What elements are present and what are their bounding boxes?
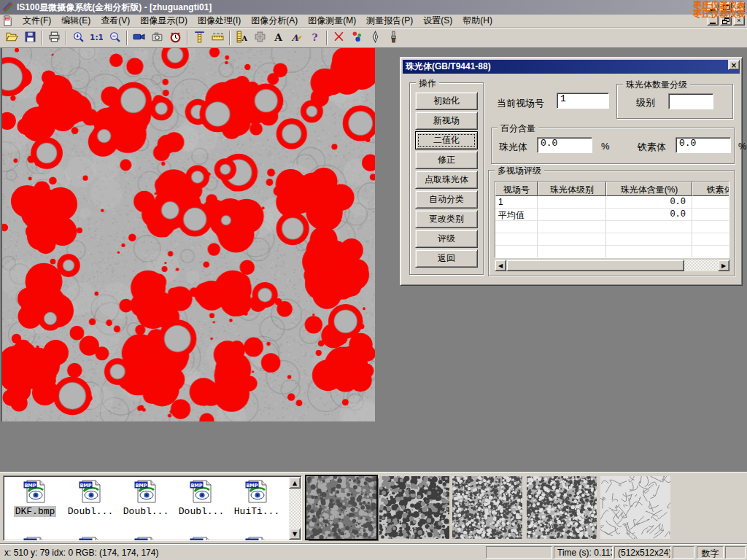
help-button[interactable]: ? [306, 29, 324, 47]
print-icon [48, 31, 61, 45]
minimize-button[interactable] [707, 2, 719, 12]
document-icon[interactable] [2, 15, 13, 26]
measure-label-button[interactable]: A [233, 29, 251, 47]
filelist-vscrollbar[interactable]: ▲ ▼ [289, 477, 301, 540]
file-item[interactable]: BMPDKF.bmp [8, 479, 62, 517]
file-item[interactable]: BMP [63, 536, 117, 541]
menu-item-4[interactable]: 图像处理(I) [193, 15, 246, 26]
mdi-minimize-button[interactable] [707, 15, 719, 26]
op-button-7[interactable]: 评级 [415, 230, 478, 248]
table-cell [538, 209, 606, 221]
rating-table[interactable]: 视场号珠光体级别珠光体含量(%)铁素体含量(%)10.0平均值0.0 [495, 181, 729, 258]
close-button[interactable]: × [733, 2, 745, 12]
menu-item-8[interactable]: 设置(S) [418, 15, 457, 26]
grade-group: 珠光体数量分级 级别 [616, 84, 733, 119]
app-icon [2, 1, 14, 13]
metallographic-image[interactable] [1, 48, 375, 421]
pattern-cross-button[interactable] [251, 29, 269, 47]
image-thumbnail[interactable] [379, 476, 449, 539]
file-item[interactable]: BMPDoubl... [119, 479, 173, 517]
multifield-group-label: 多视场评级 [495, 165, 544, 177]
status-empty-segment [725, 546, 746, 559]
curve-tool-button[interactable] [330, 29, 348, 47]
points-tool-icon [351, 31, 363, 45]
save-button[interactable] [21, 29, 39, 47]
file-item[interactable]: BMPDoubl... [63, 479, 117, 517]
table-cell [538, 246, 606, 258]
open-button[interactable] [3, 29, 21, 47]
zoom-out-button[interactable] [106, 29, 124, 47]
video-camera-icon [133, 31, 145, 45]
video-camera-button[interactable] [130, 29, 148, 47]
menu-item-5[interactable]: 图像分析(A) [246, 15, 303, 26]
maximize-button[interactable] [720, 2, 732, 12]
op-button-8[interactable]: 返回 [415, 249, 478, 268]
op-button-3[interactable]: 修正 [415, 151, 478, 169]
menu-item-3[interactable]: 图像显示(D) [135, 15, 193, 26]
ferrite-pct-input[interactable]: 0.0 [676, 137, 731, 153]
text-button[interactable]: A [269, 29, 287, 47]
table-row[interactable]: 平均值0.0 [495, 209, 729, 221]
op-button-2[interactable]: 二值化 [415, 131, 478, 149]
pearlite-pct-input[interactable]: 0.0 [537, 137, 592, 153]
menu-item-0[interactable]: 文件(F) [18, 15, 56, 26]
ruler-button[interactable] [209, 29, 227, 47]
photo-camera-button[interactable] [148, 29, 166, 47]
file-item[interactable]: BMP [119, 536, 173, 541]
image-thumbnail[interactable] [527, 476, 597, 539]
image-thumbnail[interactable] [600, 476, 670, 539]
image-thumbnail[interactable] [452, 476, 522, 539]
help-icon: ? [309, 31, 321, 45]
grade-input[interactable] [668, 93, 713, 109]
file-item[interactable]: BMPDoubl... [174, 479, 228, 517]
table-hscrollbar[interactable]: ◀ ▶ [495, 260, 729, 271]
brush-tool-button[interactable] [384, 29, 403, 47]
menu-item-7[interactable]: 测量报告(P) [361, 15, 418, 26]
mdi-close-button[interactable]: × [733, 15, 745, 26]
points-tool-button[interactable] [348, 29, 366, 47]
file-list[interactable]: ▲ ▼ BMPDKF.bmpBMPDoubl...BMPDoubl...BMPD… [3, 475, 302, 541]
menu-item-9[interactable]: 帮助(H) [457, 15, 498, 26]
table-row[interactable] [495, 246, 729, 258]
menu-item-6[interactable]: 图像测量(M) [303, 15, 361, 26]
caliper-button[interactable] [190, 29, 209, 47]
print-button[interactable] [45, 29, 63, 47]
mdi-restore-button[interactable] [720, 15, 732, 26]
pen-tool-button[interactable] [366, 29, 384, 47]
svg-text:A: A [291, 33, 299, 43]
status-bar: x: 510 y: 79 idx: 0 RGB: (174, 174, 174)… [0, 543, 747, 560]
menu-item-1[interactable]: 编辑(E) [56, 15, 96, 26]
annotate-button[interactable]: A [287, 29, 306, 47]
table-row[interactable]: 10.0 [495, 196, 729, 209]
current-field-input[interactable]: 1 [557, 93, 609, 109]
table-row[interactable] [495, 221, 729, 233]
minimize-icon [710, 23, 716, 24]
image-thumbnail[interactable] [306, 476, 376, 539]
timer-button[interactable] [166, 29, 185, 47]
op-button-0[interactable]: 初始化 [415, 92, 478, 110]
file-item[interactable]: BMPHuiTi... [230, 479, 284, 517]
dialog-close-button[interactable]: × [728, 60, 740, 70]
menu-item-2[interactable]: 查看(V) [96, 15, 135, 26]
close-icon: × [731, 61, 737, 69]
actual-size-button[interactable]: 1:1 [88, 29, 106, 47]
scroll-left-button[interactable]: ◀ [495, 260, 506, 271]
scroll-right-button[interactable]: ▶ [718, 260, 729, 271]
scroll-up-button[interactable]: ▲ [289, 477, 301, 489]
op-button-1[interactable]: 新视场 [415, 112, 478, 130]
table-row[interactable] [495, 233, 729, 246]
svg-text:BMP: BMP [24, 483, 36, 489]
file-item[interactable]: BMP [8, 536, 62, 541]
dialog-title-bar[interactable]: 珠光体(GB/T9441-88) [403, 60, 740, 74]
scroll-down-button[interactable]: ▼ [289, 528, 301, 540]
file-name: HuiTi... [233, 506, 281, 517]
file-name: Doubl... [177, 506, 225, 517]
op-button-5[interactable]: 自动分类 [415, 190, 478, 209]
file-item[interactable]: BMP [230, 536, 284, 541]
op-button-6[interactable]: 更改类别 [415, 210, 478, 228]
file-item[interactable]: BMP [174, 536, 228, 541]
zoom-in-button[interactable] [69, 29, 88, 47]
op-button-4[interactable]: 点取珠光体 [415, 171, 478, 189]
status-mode: 数字 [697, 546, 724, 559]
scrollbar-thumb[interactable] [506, 260, 684, 271]
